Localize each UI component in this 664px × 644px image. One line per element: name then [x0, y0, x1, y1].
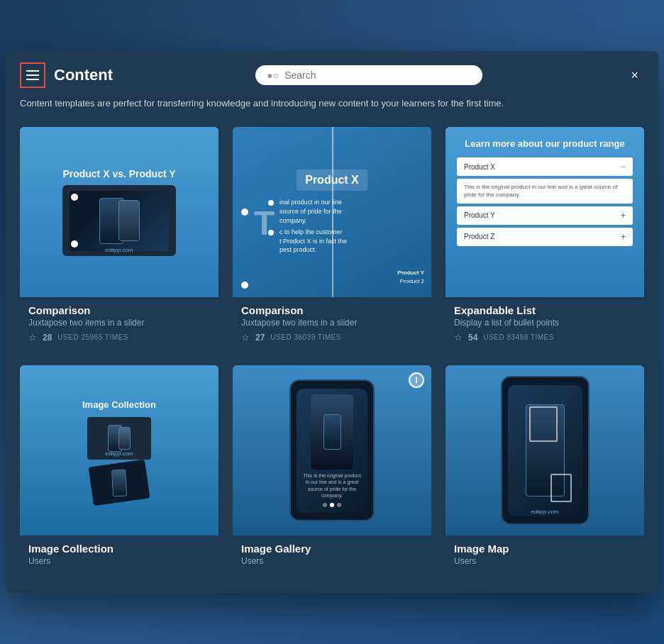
card5-dot-3: [337, 503, 341, 507]
card2-dot-row-1: inal product in our linesource of pride …: [268, 198, 342, 225]
card5-screen: This is the original product in our line…: [297, 389, 367, 513]
star-icon-2: ☆: [241, 332, 250, 343]
card6-preview: edapp.com: [446, 365, 644, 535]
expandable-label-x: Product X: [464, 163, 495, 171]
card2-name: Comparison: [241, 304, 423, 316]
expandable-item-y: Product Y +: [457, 206, 633, 225]
card2-slider-line: [332, 127, 333, 297]
template-card-expandable[interactable]: Learn more about our product range Produ…: [446, 127, 644, 351]
card6-desc: Users: [454, 556, 636, 566]
menu-line-1: [26, 70, 39, 72]
card1-screen: [70, 191, 169, 251]
card2-preview: Product X inal product in our linesource…: [233, 127, 431, 297]
plus-icon-z: +: [621, 232, 626, 242]
card4-desc: Users: [28, 556, 210, 566]
card5-phone-text: This is the original product in our line…: [302, 472, 362, 498]
phone-right: [118, 200, 140, 241]
card2-t-letter: T: [254, 204, 275, 243]
card4-bottom-item: [89, 459, 150, 506]
card6-hotspot-2: [550, 474, 572, 502]
expandable-label-z: Product Z: [464, 233, 494, 240]
card5-info: Image Gallery Users: [233, 535, 431, 579]
card3-stats: ☆ 54 USED 83498 TIMES: [454, 332, 636, 343]
card6-screen: edapp.com: [508, 385, 582, 516]
card1-stats: ☆ 28 USED 25965 TIMES: [28, 332, 210, 343]
card5-phone: This is the original product in our line…: [289, 379, 375, 521]
template-card-comparison-2[interactable]: Product X inal product in our linesource…: [233, 127, 431, 351]
card4-phone-3: [111, 469, 127, 496]
card1-preview: Product X vs. Product Y edapp.com: [20, 127, 218, 297]
menu-line-3: [26, 79, 39, 80]
minus-icon: −: [621, 162, 626, 172]
template-card-image-collection[interactable]: Image Collection edapp.com Image Collect…: [20, 365, 218, 579]
card4-edapp: edapp.com: [105, 450, 133, 457]
card5-img: [311, 394, 353, 470]
expandable-content-x: This is the original product in our line…: [457, 179, 633, 203]
expandable-item-x: Product X −: [457, 157, 633, 176]
card5-phone-img-content: [323, 414, 341, 450]
card1-preview-title: Product X vs. Product Y: [62, 168, 175, 179]
card2-stats: ☆ 27 USED 36039 TIMES: [241, 332, 423, 343]
card5-preview: i This is the original product in our li…: [233, 365, 431, 535]
card1-desc: Juxtapose two items in a slider: [28, 318, 210, 328]
card4-top-item: edapp.com: [87, 417, 151, 460]
expandable-text-x: This is the original product in our line…: [464, 183, 626, 199]
info-badge: i: [409, 372, 424, 388]
plus-icon-y: +: [621, 211, 626, 221]
card2-text-2: c to help the customert Product X is in …: [280, 228, 347, 255]
star-icon-3: ☆: [454, 332, 463, 343]
card3-desc: Display a list of bullet points: [454, 318, 636, 328]
menu-line-2: [26, 74, 39, 76]
card6-phone: edapp.com: [501, 376, 590, 525]
card5-dot-1: [323, 503, 327, 507]
card4-phone-2: [118, 427, 131, 450]
card1-laptop: edapp.com: [62, 185, 176, 256]
templates-grid: Product X vs. Product Y edapp.com Compar…: [6, 121, 658, 593]
expandable-item-z: Product Z +: [457, 228, 633, 246]
card3-name: Expandable List: [454, 304, 636, 316]
card6-edapp: edapp.com: [531, 509, 559, 515]
card5-desc: Users: [241, 556, 423, 566]
card3-stars: 54: [468, 333, 477, 343]
search-input[interactable]: [284, 70, 471, 81]
card3-info: Expandable List Display a list of bullet…: [446, 297, 644, 351]
modal-title: Content: [54, 66, 113, 84]
card5-dot-2: [330, 503, 334, 507]
expandable-label-y: Product Y: [464, 211, 495, 219]
card5-dot-row: [323, 503, 341, 507]
product-2-label: Product 2: [400, 278, 424, 284]
modal-header: Content ●○ ×: [6, 51, 658, 94]
card3-preview-title: Learn more about our product range: [457, 138, 633, 150]
content-modal: Content ●○ × Content templates are perfe…: [6, 51, 658, 594]
search-icon: ●○: [267, 70, 279, 81]
card1-info: Comparison Juxtapose two items in a slid…: [20, 297, 218, 351]
card4-name: Image Collection: [28, 543, 210, 555]
card2-desc: Juxtapose two items in a slider: [241, 318, 423, 328]
card1-stars: 28: [43, 333, 52, 343]
modal-description: Content templates are perfect for transf…: [6, 94, 658, 122]
card3-preview: Learn more about our product range Produ…: [446, 127, 644, 297]
header-left: Content: [20, 62, 113, 88]
card4-preview-title: Image Collection: [82, 399, 156, 410]
close-button[interactable]: ×: [625, 66, 644, 84]
card2-info: Comparison Juxtapose two items in a slid…: [233, 297, 431, 351]
card2-used: USED 36039 TIMES: [270, 333, 341, 341]
card6-info: Image Map Users: [446, 535, 644, 579]
card1-used: USED 25965 TIMES: [57, 333, 128, 341]
card2-slider-dot-bottom: [241, 282, 248, 289]
edapp-label: edapp.com: [105, 247, 133, 253]
product-y-label: Product Y: [397, 270, 424, 276]
card2-slider-dot: [241, 209, 248, 216]
card4-preview: Image Collection edapp.com: [20, 365, 218, 535]
card3-used: USED 83498 TIMES: [483, 333, 554, 341]
card6-hotspot-1: [529, 406, 558, 442]
card2-dot-row-2: c to help the customert Product X is in …: [268, 228, 347, 255]
template-card-comparison-1[interactable]: Product X vs. Product Y edapp.com Compar…: [20, 127, 218, 351]
template-card-image-map[interactable]: edapp.com Image Map Users: [446, 365, 644, 579]
card6-name: Image Map: [454, 543, 636, 555]
card4-info: Image Collection Users: [20, 535, 218, 579]
star-icon-1: ☆: [28, 332, 37, 343]
template-card-image-gallery[interactable]: i This is the original product in our li…: [233, 365, 431, 579]
menu-button[interactable]: [20, 62, 45, 88]
card1-name: Comparison: [28, 304, 210, 316]
